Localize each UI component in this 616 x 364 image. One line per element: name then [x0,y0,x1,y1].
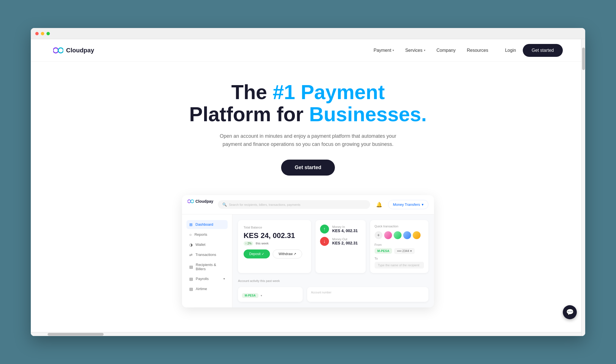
dashboard-logo: Cloudpay [188,199,213,204]
hero-title-part2: Platform for [189,103,309,125]
dashboard-main: Total Balance KES 24, 002.31 ↑ 2% this w… [232,214,434,307]
avatar-4[interactable] [413,231,421,239]
dashboard-icon: ⊞ [189,222,193,227]
withdraw-button[interactable]: Withdraw ↗ [273,249,302,258]
cards-row: Total Balance KES 24, 002.31 ↑ 2% this w… [238,220,428,273]
qt-from-row: M-PESA •••• 2344 ▾ [375,248,424,254]
browser-maximize-dot[interactable] [46,32,50,35]
qt-from-provider: M-PESA [375,248,392,254]
browser-chrome [31,28,585,39]
dashboard-container: Cloudpay 🔍 Search for recipients, biller… [182,195,434,307]
balance-change-badge: ↑ 2% [244,241,253,246]
browser-content: Cloudpay Payment ▾ Services ▾ Company Re… [31,39,585,336]
quick-transaction-card: Quick transaction + From [370,220,428,273]
sidebar-item-dashboard[interactable]: ⊞ Dashboard [186,220,228,229]
search-icon: 🔍 [222,202,227,207]
avatar-3[interactable] [403,231,411,239]
scrollbar-bottom[interactable] [31,332,581,336]
hero-section: The #1 Payment Platform for Businesses. … [31,62,585,190]
nav-services[interactable]: Services ▾ [405,48,425,53]
activity-label: Account activity this past week [238,279,428,283]
money-out-label: Money Out [332,237,358,241]
nav-links: Payment ▾ Services ▾ Company Resources [374,48,488,53]
sidebar-label-reports: Reports [194,232,207,237]
sidebar-item-transactions[interactable]: ⇄ Transactions [186,250,228,259]
money-card: ↑ Money In KES 4, 002.31 ↓ Mone [316,220,366,273]
sidebar-label-airtime: Airtime [196,287,207,291]
sidebar-item-recipients[interactable]: ▤ Recipients & Billers [186,260,228,273]
nav-resources[interactable]: Resources [467,48,488,53]
sidebar-label-recipients: Recipients & Billers [196,263,225,271]
balance-change-text: this week [256,242,269,245]
chat-bubble-button[interactable]: 💬 [563,305,577,319]
dashboard-search[interactable]: 🔍 Search for recipients, billers, transa… [218,200,370,209]
bottom-account-row: M-PESA ▾ [242,293,299,298]
sidebar-label-transactions: Transactions [195,253,216,257]
qt-account-chevron-icon: ▾ [410,249,412,253]
balance-label: Total Balance [244,226,305,229]
sidebar-item-payrolls[interactable]: ▤ Payrolls ▾ [186,274,228,283]
scrollbar-right[interactable] [581,39,585,336]
add-recipient-button[interactable]: + [375,231,382,239]
balance-card: Total Balance KES 24, 002.31 ↑ 2% this w… [238,220,311,273]
avatar-2[interactable] [394,231,402,239]
login-button[interactable]: Login [505,48,516,53]
get-started-nav-button[interactable]: Get started [523,44,563,57]
dashboard-logo-text: Cloudpay [195,199,213,204]
chat-icon: 💬 [566,309,574,316]
balance-amount: KES 24, 002.31 [244,231,305,240]
payment-chevron-icon: ▾ [393,49,394,52]
svg-point-1 [58,48,63,53]
bell-icon[interactable]: 🔔 [375,200,384,209]
bottom-account-chevron-icon: ▾ [261,294,262,297]
money-transfers-button[interactable]: Money Transfers ▾ [388,200,428,209]
hero-highlight1: #1 Payment [273,81,385,103]
reports-icon: ○ [189,232,192,237]
sidebar-label-dashboard: Dashboard [195,222,213,227]
nav-company[interactable]: Company [437,48,456,53]
qt-from-account: •••• 2344 ▾ [394,248,415,254]
hero-highlight2: Businesses. [309,103,427,125]
nav-payment[interactable]: Payment ▾ [374,48,394,53]
scrollbar-thumb-bottom[interactable] [48,333,104,336]
sidebar-item-airtime[interactable]: ▤ Airtime [186,284,228,293]
logo-icon [53,47,63,54]
money-transfers-label: Money Transfers [393,202,420,207]
bottom-mpesa-badge: M-PESA [242,293,258,298]
payrolls-chevron-icon: ▾ [223,277,225,280]
bottom-card-2: Account number [307,287,428,302]
qt-to-label: To [375,257,424,260]
sidebar-label-payrolls: Payrolls [196,277,209,281]
payrolls-icon: ▤ [189,277,193,281]
svg-point-2 [188,200,191,203]
avatar-1[interactable] [384,231,392,239]
bottom-card-1: M-PESA ▾ [238,287,303,302]
money-transfers-chevron-icon: ▾ [422,202,424,207]
svg-point-3 [191,200,194,203]
sidebar-item-reports[interactable]: ○ Reports [186,230,228,239]
browser-close-dot[interactable] [35,32,39,35]
money-out-info: Money Out KES 2, 002.31 [332,237,358,245]
dashboard-body: ⊞ Dashboard ○ Reports ◑ Wallet ⇄ [182,214,434,307]
dashboard-preview: Cloudpay 🔍 Search for recipients, biller… [31,195,585,307]
money-in-amount: KES 4, 002.31 [332,228,358,233]
qt-from-label: From [375,243,424,246]
money-out-amount: KES 2, 002.31 [332,241,358,245]
scrollbar-thumb-right[interactable] [582,48,585,70]
get-started-hero-button[interactable]: Get started [281,160,335,176]
qt-to-row: Type the name of the recipient [375,262,424,269]
money-out-row: ↓ Money Out KES 2, 002.31 [320,237,361,246]
money-in-label: Money In [332,225,358,228]
transactions-icon: ⇄ [189,253,193,257]
deposit-button[interactable]: Deposit ✓ [244,249,270,258]
balance-actions: Deposit ✓ Withdraw ↗ [244,249,305,258]
dashboard-logo-icon [188,199,194,203]
qt-to-input[interactable]: Type the name of the recipient [375,262,424,269]
browser-minimize-dot[interactable] [41,32,44,35]
avatars-row: + [375,231,424,239]
hero-subtitle: Open an account in minutes and enjoy a p… [218,132,398,148]
recipients-icon: ▤ [189,265,193,269]
wallet-icon: ◑ [189,242,193,247]
sidebar-item-wallet[interactable]: ◑ Wallet [186,240,228,249]
search-placeholder-text: Search for recipients, billers, transact… [229,203,300,206]
